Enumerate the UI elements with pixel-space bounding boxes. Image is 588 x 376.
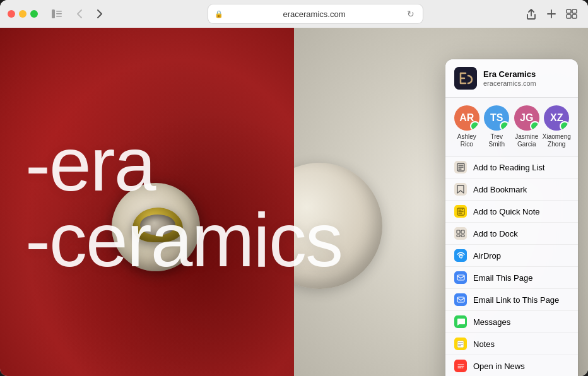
svg-rect-3 [56,16,62,17]
svg-rect-5 [572,9,577,13]
contact-jasmine[interactable]: JG JasmineGarcia [513,105,541,148]
nav-buttons [71,5,109,23]
sidebar-toggle-button[interactable] [48,5,66,23]
messages-icon [454,315,467,328]
svg-rect-4 [567,9,571,13]
contact-xiaomeng[interactable]: XZ XiaomengZhong [543,105,570,148]
titlebar: 🔒 eraceramics.com ↻ [0,0,588,28]
news-icon [454,360,467,372]
bowl-inner [140,214,175,235]
menu-item-news[interactable]: Open in News [445,355,578,376]
menu-item-email-link[interactable]: Email Link to This Page [445,289,578,311]
svg-rect-17 [457,275,464,280]
lock-icon: 🔒 [215,10,223,18]
contact-ashley[interactable]: AR AshleyRico [453,105,481,148]
email-link-icon [454,293,467,306]
maximize-button[interactable] [30,10,38,18]
menu-item-dock[interactable]: Add to Dock [445,223,578,245]
menu-label-notes: Notes [473,339,495,349]
reading-list-icon [454,161,467,173]
svg-rect-2 [56,13,62,15]
svg-rect-13 [461,230,464,233]
contact-avatar-ashley: AR [454,105,479,131]
quick-note-icon [454,205,467,218]
contact-avatar-jasmine: JG [514,105,539,131]
share-button[interactable] [522,5,540,23]
svg-rect-7 [572,15,577,18]
menu-item-notes[interactable]: Notes [445,333,578,355]
contact-name-ashley: AshleyRico [457,133,476,148]
toolbar-right [522,5,580,23]
svg-rect-1 [56,11,62,12]
contact-badge-ashley [470,121,479,131]
minimize-button[interactable] [19,10,26,18]
forward-button[interactable] [91,5,109,23]
svg-rect-0 [52,9,55,18]
popup-site-name: Era Ceramics [483,69,536,80]
dock-icon [454,227,467,240]
traffic-lights [8,10,38,18]
web-content: -era -ceramics Era Ceramics eraceramics.… [0,28,588,376]
back-button[interactable] [71,5,88,23]
contact-name-jasmine: JasmineGarcia [515,133,538,148]
menu-label-email-page: Email This Page [473,273,532,283]
address-bar[interactable]: 🔒 eraceramics.com ↻ [208,4,423,23]
menu-item-quick-note[interactable]: Add to Quick Note [445,201,578,223]
address-bar-container: 🔒 eraceramics.com ↻ [114,4,517,23]
svg-rect-15 [461,235,464,237]
svg-rect-18 [457,297,464,302]
email-page-icon [454,271,467,284]
menu-item-email-page[interactable]: Email This Page [445,267,578,289]
close-button[interactable] [8,10,15,18]
popup-site-url: eraceramics.com [483,79,536,87]
contact-badge-xiaomeng [560,121,569,131]
svg-rect-8 [454,67,477,90]
svg-point-16 [459,256,462,258]
svg-rect-14 [457,235,460,237]
bg-left [0,28,294,376]
notes-icon [454,338,467,350]
contact-avatar-xiaomeng: XZ [544,105,569,131]
popup-menu: Add to Reading List Add Bookmark [445,156,578,376]
site-info: Era Ceramics eraceramics.com [483,69,536,88]
menu-label-quick-note: Add to Quick Note [473,207,540,216]
menu-item-messages[interactable]: Messages [445,311,578,333]
share-popup: Era Ceramics eraceramics.com AR AshleyRi… [445,59,578,376]
svg-rect-12 [457,230,460,233]
menu-label-reading-list: Add to Reading List [473,163,544,172]
contact-avatar-trev: TS [484,105,509,131]
menu-item-reading-list[interactable]: Add to Reading List [445,156,578,179]
contact-name-trev: Trev Smith [483,133,510,148]
svg-point-9 [473,124,477,128]
contacts-row: AR AshleyRico TS Trev Smith [445,98,578,156]
browser-window: 🔒 eraceramics.com ↻ [0,0,588,376]
site-favicon [454,67,477,90]
contact-badge-jasmine [530,121,539,131]
new-tab-button[interactable] [543,5,560,23]
url-text[interactable]: eraceramics.com [227,9,401,19]
menu-label-dock: Add to Dock [473,229,518,238]
plate-left [112,183,200,271]
contact-name-xiaomeng: XiaomengZhong [543,133,571,148]
bowl [132,208,183,242]
contact-trev[interactable]: TS Trev Smith [483,105,510,148]
menu-item-bookmark[interactable]: Add Bookmark [445,179,578,201]
menu-label-messages: Messages [473,317,510,327]
bookmark-icon [454,183,467,196]
svg-point-21 [462,367,463,368]
contact-badge-trev [500,121,509,131]
reload-button[interactable]: ↻ [405,8,416,20]
menu-label-bookmark: Add Bookmark [473,185,527,194]
menu-label-airdrop: AirDrop [473,251,501,261]
menu-item-airdrop[interactable]: AirDrop [445,245,578,267]
menu-label-email-link: Email Link to This Page [473,295,559,305]
popup-header: Era Ceramics eraceramics.com [445,59,578,98]
svg-rect-6 [567,15,571,18]
menu-label-news: Open in News [473,361,525,371]
airdrop-icon [454,249,467,262]
tab-overview-button[interactable] [563,5,580,23]
